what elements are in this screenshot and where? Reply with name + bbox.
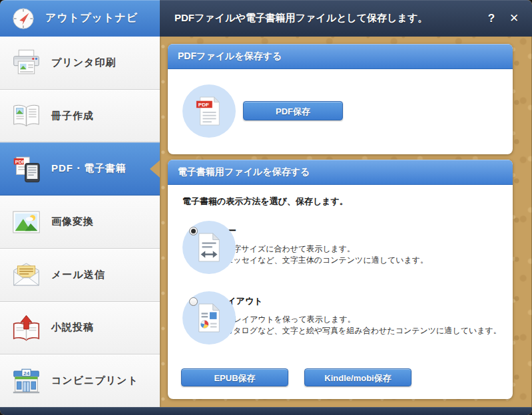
bottom-bar bbox=[0, 407, 532, 415]
fixed-layout-option: 固定レイアウト 意図したレイアウトを保って表示します。 雑誌・カタログなど、文字… bbox=[182, 291, 501, 337]
ebook-panel-title: 電子書籍用ファイルを保存する bbox=[168, 160, 513, 185]
sidebar-item-label: メール送信 bbox=[51, 269, 105, 281]
pdf-document-icon: PDF bbox=[182, 84, 236, 138]
sidebar-header: アウトプットナビ bbox=[0, 0, 160, 37]
sidebar-item-pdf-ebook[interactable]: PDF PDF・電子書籍 bbox=[0, 142, 160, 196]
close-button[interactable]: ✕ bbox=[503, 11, 525, 25]
nav-list: プリンタ印刷 bbox=[0, 37, 160, 407]
mail-icon bbox=[11, 261, 41, 288]
sidebar-item-label: 冊子作成 bbox=[51, 110, 94, 122]
page-title: PDFファイルや電子書籍用ファイルとして保存します。 bbox=[160, 12, 480, 25]
sidebar-item-label: 画像変換 bbox=[51, 215, 94, 228]
pdf-save-panel: PDFファイルを保存する PDF PDF保存 bbox=[168, 44, 513, 154]
store-sign-text: 24 bbox=[23, 370, 29, 376]
sidebar-item-image-convert[interactable]: 画像変換 bbox=[0, 196, 160, 249]
convenience-store-icon: 24 bbox=[11, 368, 41, 394]
sidebar-item-conbini-print[interactable]: 24 コンビニプリント bbox=[0, 354, 160, 407]
epub-save-button[interactable]: EPUB保存 bbox=[181, 368, 288, 386]
ebook-intro-text: 電子書籍の表示方法を選び、保存します。 bbox=[182, 196, 348, 208]
kindle-mobi-save-button[interactable]: Kindle/mobi保存 bbox=[304, 368, 411, 386]
sidebar-item-label: プリンタ印刷 bbox=[51, 57, 116, 69]
output-navi-window: アウトプットナビ bbox=[0, 0, 532, 415]
fixed-layout-radio-row[interactable]: 固定レイアウト bbox=[189, 295, 501, 307]
pdf-panel-body: PDF PDF保存 bbox=[168, 69, 513, 154]
pdf-save-button[interactable]: PDF保存 bbox=[243, 101, 343, 120]
fixed-layout-description: 意図したレイアウトを保って表示します。 雑誌・カタログなど、文字と絵や写真を組み… bbox=[201, 314, 501, 337]
reflow-option: リフロー 端末や文字サイズに合わせて表示します。 小説・エッセイなど、文字主体の… bbox=[182, 221, 428, 266]
compass-navigation-icon bbox=[11, 7, 35, 30]
fixed-layout-radio[interactable] bbox=[189, 297, 198, 306]
sidebar: アウトプットナビ bbox=[0, 0, 160, 407]
main-header: PDFファイルや電子書籍用ファイルとして保存します。 ? ✕ bbox=[160, 0, 532, 37]
sidebar-item-label: 小説投稿 bbox=[51, 321, 94, 334]
sidebar-item-label: PDF・電子書籍 bbox=[51, 162, 127, 175]
pdf-panel-title: PDFファイルを保存する bbox=[168, 44, 513, 69]
sidebar-item-booklet-create[interactable]: 冊子作成 bbox=[0, 90, 160, 143]
printer-icon bbox=[11, 49, 41, 76]
pdf-ebook-icon: PDF bbox=[11, 155, 41, 183]
sidebar-item-novel-post[interactable]: 小説投稿 bbox=[0, 302, 160, 355]
image-icon bbox=[11, 209, 41, 235]
app-title: アウトプットナビ bbox=[45, 11, 138, 25]
sidebar-item-label: コンビニプリント bbox=[51, 374, 138, 387]
booklet-icon bbox=[11, 102, 41, 129]
help-button[interactable]: ? bbox=[480, 12, 503, 25]
reflow-radio[interactable] bbox=[189, 227, 198, 235]
sidebar-item-mail-send[interactable]: メール送信 bbox=[0, 249, 160, 302]
ebook-panel-body: 電子書籍の表示方法を選び、保存します。 bbox=[168, 185, 513, 399]
ebook-save-panel: 電子書籍用ファイルを保存する 電子書籍の表示方法を選び、保存します。 bbox=[168, 160, 513, 399]
pdf-badge-text: PDF bbox=[198, 102, 209, 108]
novel-upload-icon bbox=[11, 314, 41, 342]
selected-item-pointer bbox=[150, 160, 160, 178]
sidebar-item-printer-print[interactable]: プリンタ印刷 bbox=[0, 37, 160, 90]
svg-text:PDF: PDF bbox=[15, 158, 25, 164]
